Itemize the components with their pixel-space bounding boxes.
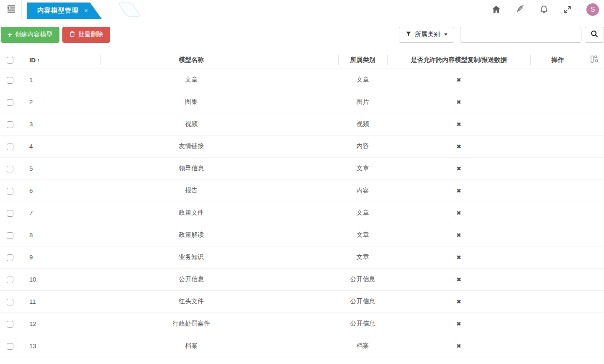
not-allowed-icon: ✖ — [456, 99, 461, 105]
row-category: 视频 — [338, 113, 387, 135]
table-row: 2 图集 图片 ✖ — [0, 91, 604, 113]
row-checkbox[interactable] — [7, 121, 13, 128]
row-operations — [530, 91, 585, 113]
row-model-name: 文章 — [100, 69, 338, 91]
feather-icon[interactable] — [515, 5, 525, 15]
row-category: 公开信息 — [338, 290, 387, 313]
not-allowed-icon: ✖ — [456, 121, 461, 128]
row-category: 内容 — [338, 135, 387, 157]
table-row: 4 友情链接 内容 ✖ — [0, 135, 604, 157]
filter-funnel-icon — [406, 31, 411, 38]
row-operations — [530, 313, 585, 335]
create-content-model-button[interactable]: + 创建内容模型 — [1, 27, 59, 43]
row-operations — [530, 290, 585, 313]
column-settings-cell — [585, 51, 604, 69]
row-operations — [530, 224, 585, 246]
filter-label: 所属类别 — [415, 31, 440, 38]
row-id: 7 — [19, 202, 100, 224]
row-model-name: 视频 — [100, 113, 338, 135]
row-checkbox[interactable] — [7, 144, 13, 150]
row-category: 文章 — [338, 224, 387, 246]
not-allowed-icon: ✖ — [456, 254, 461, 261]
topbar-actions: S — [491, 0, 604, 19]
tab-label: 内容模型管理 — [37, 6, 79, 15]
category-filter-dropdown[interactable]: 所属类别 — [399, 27, 454, 43]
not-allowed-icon: ✖ — [456, 77, 461, 83]
tab-content-model-management[interactable]: 内容模型管理 × — [27, 3, 102, 19]
column-header-operations: 操作 — [530, 51, 585, 69]
row-checkbox[interactable] — [7, 210, 13, 217]
row-category: 文章 — [338, 202, 387, 224]
row-category: 公开信息 — [338, 268, 387, 290]
row-model-name: 红头文件 — [100, 290, 338, 313]
row-checkbox[interactable] — [7, 277, 13, 283]
row-checkbox[interactable] — [7, 299, 13, 305]
row-id: 3 — [19, 113, 100, 135]
row-category: 公开信息 — [338, 313, 387, 335]
not-allowed-icon: ✖ — [456, 143, 461, 150]
table-row: 12 行政处罚案件 公开信息 ✖ — [0, 313, 604, 335]
batch-delete-button[interactable]: 批量删除 — [62, 27, 110, 43]
row-checkbox[interactable] — [7, 232, 13, 239]
content-model-table: ID↑ 模型名称 所属类别 是否允许跨内容模型复制/报送数据 操作 — [0, 51, 604, 357]
table-row: 8 政策解读 文章 ✖ — [0, 224, 604, 246]
search-input[interactable] — [460, 27, 581, 43]
column-header-id[interactable]: ID↑ — [19, 51, 100, 69]
row-model-name: 图集 — [100, 91, 338, 113]
not-allowed-icon: ✖ — [456, 320, 461, 327]
row-operations — [530, 135, 585, 157]
tab-close-icon[interactable]: × — [84, 8, 88, 14]
row-operations — [530, 157, 585, 179]
outdent-menu-icon — [5, 4, 16, 15]
row-checkbox[interactable] — [7, 166, 13, 172]
row-category: 文章 — [338, 157, 387, 179]
toolbar: + 创建内容模型 批量删除 所属类别 — [0, 19, 604, 51]
bell-icon[interactable] — [539, 5, 549, 15]
caret-down-icon — [444, 33, 447, 36]
row-model-name: 政策解读 — [100, 224, 338, 246]
row-id: 11 — [19, 290, 100, 313]
row-checkbox[interactable] — [7, 99, 13, 106]
row-model-name: 领导信息 — [100, 157, 338, 179]
not-allowed-icon: ✖ — [456, 165, 461, 172]
row-model-name: 档案 — [100, 335, 338, 357]
plus-icon: + — [8, 31, 12, 38]
not-allowed-icon: ✖ — [456, 210, 461, 216]
home-icon[interactable] — [491, 5, 501, 15]
create-button-label: 创建内容模型 — [15, 31, 53, 38]
trash-icon — [69, 31, 75, 38]
row-id: 8 — [19, 224, 100, 246]
table-row: 1 文章 文章 ✖ — [0, 69, 604, 91]
not-allowed-icon: ✖ — [456, 276, 461, 283]
sidebar-toggle-button[interactable] — [0, 0, 22, 19]
sort-asc-icon: ↑ — [37, 57, 40, 64]
table-row: 11 红头文件 公开信息 ✖ — [0, 290, 604, 313]
row-id: 5 — [19, 157, 100, 179]
row-operations — [530, 179, 585, 202]
row-operations — [530, 335, 585, 357]
row-model-name: 公开信息 — [100, 268, 338, 290]
search-button[interactable] — [585, 27, 604, 43]
row-checkbox[interactable] — [7, 254, 13, 261]
row-id: 6 — [19, 179, 100, 202]
column-settings-icon[interactable] — [590, 55, 599, 64]
user-avatar[interactable]: S — [586, 3, 599, 16]
row-checkbox[interactable] — [7, 77, 13, 84]
row-operations — [530, 268, 585, 290]
row-id: 9 — [19, 246, 100, 268]
table-row: 6 报告 内容 ✖ — [0, 179, 604, 202]
row-checkbox[interactable] — [7, 321, 13, 328]
table-body: 1 文章 文章 ✖ 2 图集 图片 ✖ 3 视频 视频 ✖ — [0, 69, 604, 357]
table-row: 3 视频 视频 ✖ — [0, 113, 604, 135]
row-checkbox[interactable] — [7, 188, 13, 195]
fullscreen-icon[interactable] — [563, 5, 573, 15]
select-all-cell — [0, 51, 19, 69]
row-model-name: 报告 — [100, 179, 338, 202]
column-header-category: 所属类别 — [338, 51, 387, 69]
row-checkbox[interactable] — [7, 343, 13, 350]
select-all-checkbox[interactable] — [7, 57, 13, 64]
row-category: 内容 — [338, 179, 387, 202]
row-id: 2 — [19, 91, 100, 113]
id-header-label: ID — [29, 56, 36, 64]
table-row: 9 业务知识 文章 ✖ — [0, 246, 604, 268]
